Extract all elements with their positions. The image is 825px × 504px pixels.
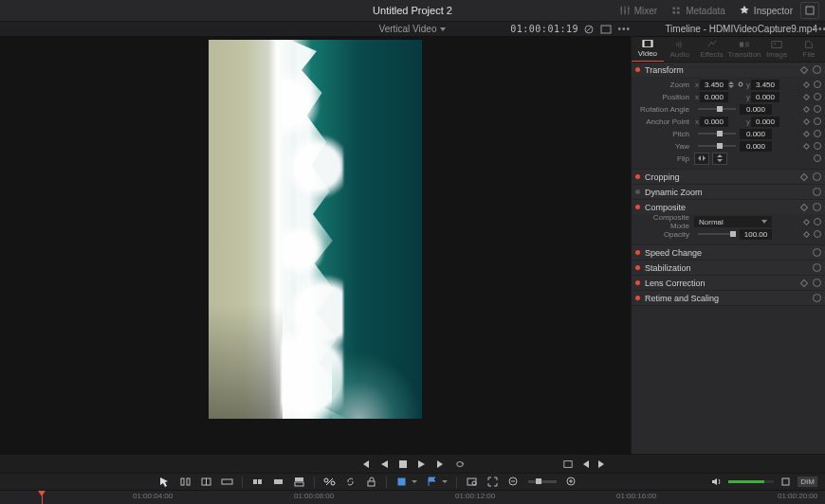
zoom-in-button[interactable] (565, 476, 578, 488)
blade-edit-button[interactable] (323, 476, 336, 488)
viewer-timecode[interactable]: 01:00:01:19 (510, 24, 578, 34)
yaw-field[interactable]: 0.000 (740, 141, 772, 152)
lock-button[interactable] (365, 476, 377, 488)
reset-icon[interactable] (814, 154, 821, 162)
blade-tool[interactable] (221, 476, 233, 488)
reset-icon[interactable] (813, 188, 821, 196)
speaker-icon[interactable] (710, 476, 723, 488)
stop-button[interactable] (398, 459, 408, 469)
keyframe-icon[interactable] (800, 279, 808, 286)
pitch-slider[interactable] (698, 133, 736, 135)
trim-tool[interactable] (179, 476, 192, 488)
dynamic-trim-tool[interactable] (200, 476, 212, 488)
zoom-x-field[interactable]: 3.450 (700, 80, 728, 90)
section-dynamic-zoom-header[interactable]: Dynamic Zoom (632, 185, 825, 199)
enable-dot-icon[interactable] (635, 189, 640, 194)
section-stabilization-header[interactable]: Stabilization (632, 261, 825, 275)
keyframe-icon[interactable] (803, 117, 810, 124)
zoom-y-field[interactable]: 3.450 (751, 80, 779, 90)
snap-button[interactable] (395, 476, 408, 488)
enable-dot-icon[interactable] (635, 67, 640, 72)
zoom-slider[interactable] (528, 480, 557, 483)
search-button[interactable] (466, 476, 478, 488)
section-composite-header[interactable]: Composite (632, 200, 825, 214)
play-reverse-button[interactable] (379, 459, 389, 469)
viewer-options[interactable]: ••• (617, 24, 631, 34)
yaw-slider[interactable] (698, 145, 736, 147)
reset-icon[interactable] (813, 279, 821, 287)
viewer-mode[interactable]: Vertical Video (379, 24, 437, 34)
reset-icon[interactable] (813, 294, 821, 302)
expand-button[interactable] (800, 2, 819, 19)
chevron-down-icon[interactable] (412, 480, 417, 483)
overwrite-button[interactable] (272, 476, 284, 488)
position-x-field[interactable]: 0.000 (700, 92, 728, 102)
mute-button[interactable] (779, 476, 792, 488)
play-button[interactable] (417, 459, 427, 469)
link-button[interactable] (344, 476, 357, 488)
anchor-y-field[interactable]: 0.000 (751, 117, 779, 127)
section-speed-header[interactable]: Speed Change (632, 245, 825, 260)
link-icon[interactable] (736, 80, 745, 89)
timeline-ruler[interactable]: 01:00:04:00 01:00:08:00 01:00:12:00 01:0… (0, 491, 825, 504)
enable-dot-icon[interactable] (635, 174, 640, 179)
metadata-tab[interactable]: Metadata (665, 2, 731, 19)
enable-dot-icon[interactable] (635, 296, 640, 300)
opacity-field[interactable]: 100.00 (740, 229, 772, 240)
anchor-x-field[interactable]: 0.000 (700, 117, 728, 127)
section-transform-header[interactable]: Transform (632, 63, 825, 77)
reset-icon[interactable] (814, 93, 821, 100)
enable-dot-icon[interactable] (635, 205, 640, 209)
rotation-field[interactable]: 0.000 (740, 104, 772, 115)
replace-button[interactable] (293, 476, 305, 488)
section-retime-header[interactable]: Retime and Scaling (632, 291, 825, 305)
reset-icon[interactable] (813, 248, 821, 257)
dim-button[interactable]: DIM (798, 477, 817, 487)
keyframe-icon[interactable] (800, 203, 808, 210)
reset-icon[interactable] (814, 81, 821, 88)
composite-mode-select[interactable]: Normal (694, 216, 772, 227)
reset-icon[interactable] (813, 263, 821, 272)
reset-icon[interactable] (814, 117, 821, 125)
flip-h-button[interactable] (694, 153, 709, 165)
timeline[interactable]: 01:00:04:00 01:00:08:00 01:00:12:00 01:0… (0, 490, 825, 504)
zoom-out-button[interactable] (507, 476, 520, 488)
reset-icon[interactable] (813, 203, 821, 211)
keyframe-icon[interactable] (803, 218, 810, 225)
next-edit-button[interactable] (597, 459, 607, 469)
zoom-fit-button[interactable] (486, 476, 499, 488)
keyframe-icon[interactable] (803, 81, 810, 87)
reset-icon[interactable] (814, 130, 821, 137)
keyframe-icon[interactable] (800, 65, 808, 73)
reset-icon[interactable] (813, 65, 821, 74)
tab-video[interactable]: Video (632, 37, 664, 62)
chevron-down-icon[interactable] (440, 27, 446, 31)
mixer-tab[interactable]: Mixer (614, 2, 663, 19)
keyframe-icon[interactable] (803, 93, 810, 99)
position-y-field[interactable]: 0.000 (751, 92, 779, 102)
flag-button[interactable] (426, 476, 438, 488)
viewer[interactable] (0, 37, 631, 454)
pitch-field[interactable]: 0.000 (740, 129, 772, 139)
first-frame-button[interactable] (360, 459, 370, 469)
match-frame-button[interactable] (563, 459, 573, 469)
section-cropping-header[interactable]: Cropping (632, 170, 825, 184)
reset-icon[interactable] (814, 230, 821, 238)
keyframe-icon[interactable] (803, 130, 810, 136)
zoom-x-stepper[interactable] (728, 81, 736, 88)
last-frame-button[interactable] (436, 459, 446, 469)
reset-icon[interactable] (814, 218, 821, 225)
section-lens-header[interactable]: Lens Correction (632, 276, 825, 290)
selection-tool[interactable] (158, 476, 171, 488)
timeline-options[interactable]: ••• (814, 24, 825, 34)
insert-button[interactable] (251, 476, 264, 488)
volume-slider[interactable] (728, 480, 774, 483)
bypass-icon[interactable] (583, 24, 595, 35)
keyframe-icon[interactable] (800, 172, 808, 180)
safe-area-icon[interactable] (600, 24, 612, 35)
reset-icon[interactable] (814, 142, 821, 150)
keyframe-icon[interactable] (803, 142, 810, 149)
flip-v-button[interactable] (712, 153, 727, 165)
enable-dot-icon[interactable] (635, 250, 640, 255)
inspector-tab[interactable]: Inspector (733, 2, 798, 19)
